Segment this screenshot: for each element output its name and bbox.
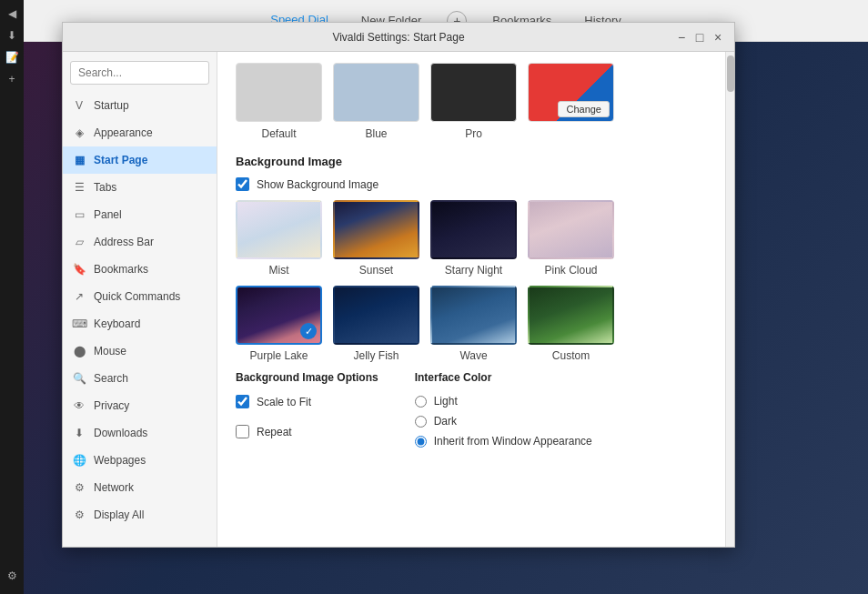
theme-label-blue: Blue — [365, 127, 387, 140]
nav-label-keyboard: Keyboard — [94, 317, 140, 330]
restore-button[interactable]: □ — [691, 28, 709, 46]
nav-item-search[interactable]: 🔍 Search — [63, 365, 217, 392]
nav-label-network: Network — [94, 481, 134, 494]
theme-change-button[interactable]: Change — [558, 101, 610, 117]
theme-swatch-blue[interactable]: Blue — [333, 63, 419, 140]
nav-item-keyboard[interactable]: ⌨ Keyboard — [63, 310, 217, 337]
settings-nav: V Startup ◈ Appearance ▦ Start Page ☰ Ta… — [63, 52, 217, 547]
swatch-custom-box: ✓ Change — [528, 63, 614, 122]
swatch-pro-box — [430, 63, 517, 122]
nav-search-input[interactable] — [70, 61, 209, 85]
minimize-button[interactable]: − — [672, 28, 691, 46]
theme-label-pro: Pro — [465, 127, 482, 140]
radio-dark-label[interactable]: Dark — [434, 415, 457, 428]
bg-label-mist: Mist — [269, 264, 289, 277]
scrollbar-track — [725, 52, 734, 547]
bg-images-row1: Mist Sunset Starry Night Pink Cloud — [236, 200, 707, 277]
nav-label-displayall: Display All — [94, 508, 144, 521]
bg-thumb-jellyfish[interactable]: Jelly Fish — [333, 286, 419, 362]
radio-light[interactable] — [415, 396, 427, 408]
show-bg-label[interactable]: Show Background Image — [257, 178, 378, 191]
theme-label-default: Default — [261, 127, 296, 140]
radio-inherit-row: Inherit from Window Appearance — [415, 435, 592, 448]
sidebar-icon-settings[interactable]: ⚙ — [3, 567, 21, 585]
nav-item-webpages[interactable]: 🌐 Webpages — [63, 447, 217, 474]
nav-label-bookmarks: Bookmarks — [94, 263, 148, 276]
options-row: Background Image Options Scale to Fit Re… — [236, 371, 707, 448]
bg-thumb-custom[interactable]: Custom — [528, 286, 614, 362]
bg-label-pinkcloud: Pink Cloud — [544, 264, 597, 277]
nav-item-tabs[interactable]: ☰ Tabs — [63, 174, 217, 201]
nav-label-startpage: Start Page — [94, 154, 147, 166]
search-nav-icon: 🔍 — [72, 371, 86, 386]
bg-img-pinkcloud — [528, 200, 614, 259]
dialog-body: V Startup ◈ Appearance ▦ Start Page ☰ Ta… — [63, 52, 734, 547]
bg-selected-check: ✓ — [300, 323, 317, 339]
radio-inherit-label[interactable]: Inherit from Window Appearance — [434, 435, 592, 448]
bg-img-custom — [528, 286, 614, 345]
interface-color-col: Interface Color Light Dark Inherit from … — [415, 371, 592, 448]
nav-item-quickcommands[interactable]: ↗ Quick Commands — [63, 283, 217, 310]
radio-inherit[interactable] — [415, 436, 427, 448]
nav-item-appearance[interactable]: ◈ Appearance — [63, 119, 217, 146]
nav-item-startup[interactable]: V Startup — [63, 92, 217, 119]
theme-swatch-default[interactable]: Default — [236, 63, 322, 140]
show-bg-checkbox-row: Show Background Image — [236, 177, 707, 191]
theme-swatch-custom[interactable]: ✓ Change — [528, 63, 614, 140]
bg-thumb-purplelake[interactable]: ✓ Purple Lake — [236, 286, 322, 362]
nav-label-downloads: Downloads — [94, 427, 147, 439]
startup-icon: V — [72, 98, 86, 113]
repeat-checkbox[interactable] — [236, 425, 249, 438]
theme-swatch-pro[interactable]: Pro — [430, 63, 517, 140]
nav-item-panel[interactable]: ▭ Panel — [63, 201, 217, 228]
nav-item-downloads[interactable]: ⬇ Downloads — [63, 419, 217, 447]
nav-item-addressbar[interactable]: ▱ Address Bar — [63, 228, 217, 256]
scrollbar-thumb[interactable] — [727, 55, 734, 92]
nav-item-displayall[interactable]: ⚙ Display All — [63, 501, 217, 529]
bg-img-starry — [430, 200, 517, 259]
sidebar-icon-back[interactable]: ◀ — [3, 5, 21, 23]
repeat-label[interactable]: Repeat — [257, 426, 292, 438]
show-bg-checkbox[interactable] — [236, 177, 249, 191]
scale-label[interactable]: Scale to Fit — [257, 396, 311, 408]
network-icon: ⚙ — [72, 480, 86, 495]
bg-options-title: Background Image Options — [236, 371, 378, 384]
radio-light-label[interactable]: Light — [434, 395, 458, 408]
nav-label-mouse: Mouse — [94, 345, 126, 357]
sidebar-icon-notes[interactable]: 📝 — [3, 48, 21, 66]
interface-color-title: Interface Color — [415, 371, 592, 384]
repeat-checkbox-row: Repeat — [236, 425, 378, 438]
nav-item-startpage[interactable]: ▦ Start Page — [63, 146, 217, 174]
nav-item-network[interactable]: ⚙ Network — [63, 474, 217, 501]
bg-label-jellyfish: Jelly Fish — [353, 349, 399, 362]
sidebar-icon-add[interactable]: + — [3, 70, 21, 88]
nav-item-privacy[interactable]: 👁 Privacy — [63, 392, 217, 419]
nav-label-panel: Panel — [94, 208, 122, 221]
sidebar-icon-down[interactable]: ⬇ — [3, 26, 21, 45]
addressbar-icon: ▱ — [72, 235, 86, 249]
scale-checkbox[interactable] — [236, 395, 249, 408]
webpages-icon: 🌐 — [72, 453, 86, 468]
downloads-icon: ⬇ — [72, 426, 86, 440]
bg-thumb-pinkcloud[interactable]: Pink Cloud — [528, 200, 614, 277]
panel-icon: ▭ — [72, 207, 86, 222]
bg-thumb-sunset[interactable]: Sunset — [333, 200, 419, 277]
nav-label-search: Search — [94, 372, 128, 385]
nav-item-mouse[interactable]: ⬤ Mouse — [63, 337, 217, 365]
bg-thumb-mist[interactable]: Mist — [236, 200, 322, 277]
bg-img-purplelake: ✓ — [236, 286, 322, 345]
bg-thumb-wave[interactable]: Wave — [430, 286, 517, 362]
bg-label-starry: Starry Night — [445, 264, 502, 277]
bookmarks-nav-icon: 🔖 — [72, 262, 86, 277]
nav-label-webpages: Webpages — [94, 454, 146, 467]
bg-thumb-starry[interactable]: Starry Night — [430, 200, 517, 277]
bg-img-wave — [430, 286, 517, 345]
close-button[interactable]: × — [709, 28, 727, 46]
dialog-titlebar: Vivaldi Settings: Start Page − □ × — [63, 23, 734, 52]
bg-label-custom: Custom — [552, 349, 590, 362]
bg-img-mist — [236, 200, 322, 259]
nav-item-bookmarks[interactable]: 🔖 Bookmarks — [63, 256, 217, 283]
radio-dark[interactable] — [415, 416, 427, 428]
bg-label-purplelake: Purple Lake — [249, 349, 308, 362]
mouse-icon: ⬤ — [72, 344, 86, 358]
